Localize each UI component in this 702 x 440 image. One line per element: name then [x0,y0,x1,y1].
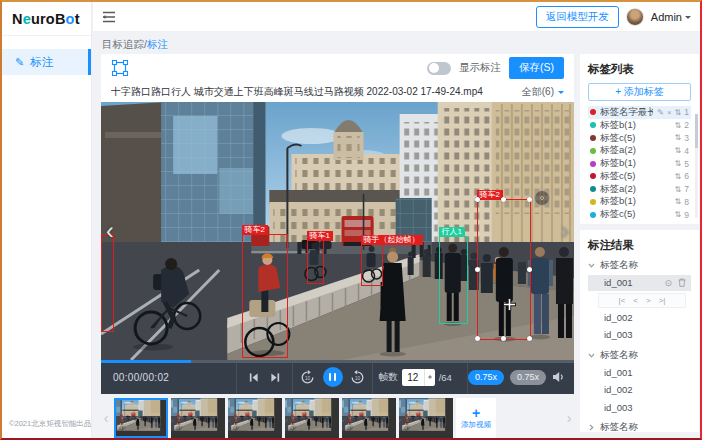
label-row[interactable]: 标签c(5) ⇅3 [588,132,691,145]
page-last-button[interactable]: >| [659,296,666,305]
user-menu[interactable]: Admin [651,11,691,23]
step-down-icon[interactable] [428,377,432,381]
sort-icon[interactable]: ⇅ [675,185,682,194]
sidebar-item-label: 标注 [30,55,53,70]
replay-10-icon[interactable]: 10 [300,370,315,385]
result-id-row[interactable]: id_001 ⊙ [588,275,691,291]
strip-prev-arrow[interactable]: ‹ [101,410,111,426]
sort-icon[interactable]: ⇅ [675,108,682,117]
result-id-row[interactable]: id_003 [588,400,691,416]
video-thumbnail-4[interactable] [285,398,339,438]
result-group-header[interactable]: 标签名称 [588,348,691,363]
label-color-dot [590,148,596,154]
sort-icon[interactable]: ⇅ [675,133,682,142]
progress-bar[interactable] [101,360,574,363]
sort-icon[interactable]: ⇅ [675,121,682,130]
bbox-tool-icon[interactable] [111,59,129,77]
video-thumbnail-6[interactable] [399,398,453,438]
sort-icon[interactable]: ⇅ [675,172,682,181]
resize-handle[interactable] [475,197,480,202]
bounding-box-rider-startframe[interactable]: 骑手（起始帧） [361,244,383,286]
label-row[interactable]: 标签b(1) ⇅5 [588,157,691,170]
back-to-model-dev-button[interactable]: 返回模型开发 [536,6,619,28]
resize-handle[interactable] [501,197,506,202]
avatar[interactable] [626,8,644,26]
pause-button[interactable] [323,367,343,387]
label-row[interactable]: 标签c(5) ⇅9 [588,208,691,221]
sort-icon[interactable]: ⇅ [675,197,682,206]
resize-handle[interactable] [527,197,532,202]
player-controls: 00:00/00:02 10 10 帧数 12 /64 0.75x 0.7 [101,360,574,394]
label-row[interactable]: 标签a(2) ⇅7 [588,183,691,196]
video-thumbnail-1[interactable] [114,398,168,438]
result-id-row[interactable]: id_002 [588,310,691,326]
breadcrumb-parent[interactable]: 目标追踪 [102,38,144,50]
label-row[interactable]: 标签c(5) ⇅6 [588,170,691,183]
result-group-header[interactable]: 标签名称 [588,420,691,435]
label-row[interactable]: 标签b(1) ⇅2 [588,119,691,132]
result-id-row[interactable]: id_003 [588,327,691,343]
label-row[interactable]: 标签a(2) ⇅4 [588,144,691,157]
filter-dropdown[interactable]: 全部(6) [522,85,564,99]
sort-icon[interactable]: ⇅ [675,210,682,219]
video-canvas[interactable]: 骑车2 骑车1 骑手（起始帧） 行人1 骑车2 ‹ › [101,102,574,360]
prev-frame-icon[interactable] [248,372,259,383]
video-thumbnail-5[interactable] [342,398,396,438]
bounding-box-cyclist1[interactable]: 骑车1 [307,240,324,284]
strip-next-arrow[interactable]: › [564,410,574,426]
save-button[interactable]: 保存(S) [509,57,564,79]
video-thumbnail-3[interactable] [228,398,282,438]
resize-handle[interactable] [527,267,532,272]
svg-text:10: 10 [305,375,311,380]
label-row[interactable]: 标签b(1) ⇅8 [588,196,691,209]
trash-icon[interactable] [678,278,686,287]
show-annotation-toggle[interactable] [427,62,451,75]
bounding-box-pedestrian1[interactable]: 行人1 [439,236,468,324]
result-id: id_001 [604,277,633,288]
result-id-row[interactable]: id_001 [588,365,691,381]
edit-icon[interactable]: ✎ [657,108,664,117]
result-id-row[interactable]: id_002 [588,382,691,398]
crosshair-cursor [503,298,516,311]
label-row[interactable]: 标签名字最长数... ✎×⇅1 [588,106,691,119]
close-icon[interactable]: × [667,108,672,117]
speed-pill-active[interactable]: 0.75x [468,370,504,385]
resize-handle[interactable] [475,267,480,272]
menu-fold-icon[interactable] [102,11,116,23]
bounding-box-cyclist2[interactable]: 骑车2 [242,234,288,358]
result-id: id_002 [604,312,633,323]
resize-handle[interactable] [501,336,506,341]
bounding-box-selected[interactable]: 骑车2 [477,199,531,340]
add-video-button[interactable]: + 添加视频 [456,398,496,438]
resize-handle[interactable] [475,336,480,341]
frame-input[interactable]: 12 [402,369,435,386]
result-group-header[interactable]: 标签名称 [588,258,691,273]
label-name: 标签b(1) [600,157,671,170]
annotation-results-panel: 标注结果 标签名称 id_001 ⊙ |< < > >| id_002 id_0… [580,230,699,432]
speed-pill[interactable]: 0.75x [510,370,546,385]
logo-letter: o [66,11,75,27]
frame-nav-section [236,360,293,394]
forward-10-icon[interactable]: 10 [350,370,365,385]
page-prev-button[interactable]: < [633,296,638,305]
label-order: 9 [684,210,689,220]
volume-icon[interactable] [552,371,564,383]
sidebar-item-annotate[interactable]: ✎ 标注 [2,49,91,75]
prev-video-arrow[interactable]: ‹ [106,220,114,243]
sort-icon[interactable]: ⇅ [675,146,682,155]
frame-value[interactable]: 12 [402,369,424,386]
locate-icon[interactable]: ⊙ [664,278,672,288]
next-frame-icon[interactable] [270,372,281,383]
add-label-button[interactable]: + 添加标签 [588,83,691,101]
video-thumbnail-2[interactable] [171,398,225,438]
plus-icon: + [472,407,480,420]
next-video-arrow[interactable]: › [561,220,569,243]
resize-handle[interactable] [527,336,532,341]
scrollbar[interactable] [695,114,698,218]
sort-icon[interactable]: ⇅ [675,159,682,168]
result-id: id_003 [604,402,633,413]
page-first-button[interactable]: |< [619,296,626,305]
pencil-icon: ✎ [15,56,24,69]
page-next-button[interactable]: > [646,296,651,305]
bounding-box-partial[interactable] [101,234,114,332]
